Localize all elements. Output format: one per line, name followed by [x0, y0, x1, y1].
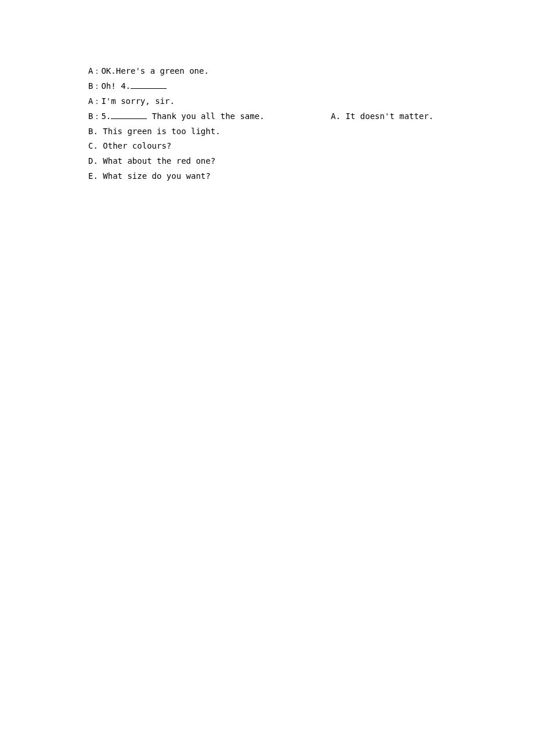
dialogue-text: I'm sorry, sir. — [101, 96, 174, 106]
dialogue-text: 5. — [101, 111, 111, 121]
dialogue-line-1: A：OK.Here's a green one. — [88, 64, 534, 79]
option-a: A. It doesn't matter. — [331, 109, 534, 124]
dialogue-line-3: A：I'm sorry, sir. — [88, 94, 534, 109]
dialogue-text: Thank you all the same. — [147, 111, 264, 121]
option-e: E. What size do you want? — [88, 169, 534, 184]
blank-4 — [131, 81, 167, 89]
dialogue-line-4: B：5. Thank you all the same. — [88, 109, 331, 124]
dialogue-text: Oh! 4. — [101, 81, 131, 91]
dialogue-text: OK.Here's a green one. — [101, 66, 208, 75]
speaker-label: B： — [88, 81, 101, 91]
blank-5 — [111, 111, 147, 119]
speaker-label: B： — [88, 111, 101, 121]
option-c: C. Other colours? — [88, 139, 534, 154]
option-d: D. What about the red one? — [88, 154, 534, 169]
speaker-label: A： — [88, 66, 101, 75]
option-b: B. This green is too light. — [88, 124, 534, 139]
dialogue-line-2: B：Oh! 4. — [88, 79, 534, 94]
speaker-label: A： — [88, 96, 101, 106]
dialogue-line-4-row: B：5. Thank you all the same. A. It doesn… — [88, 109, 534, 124]
